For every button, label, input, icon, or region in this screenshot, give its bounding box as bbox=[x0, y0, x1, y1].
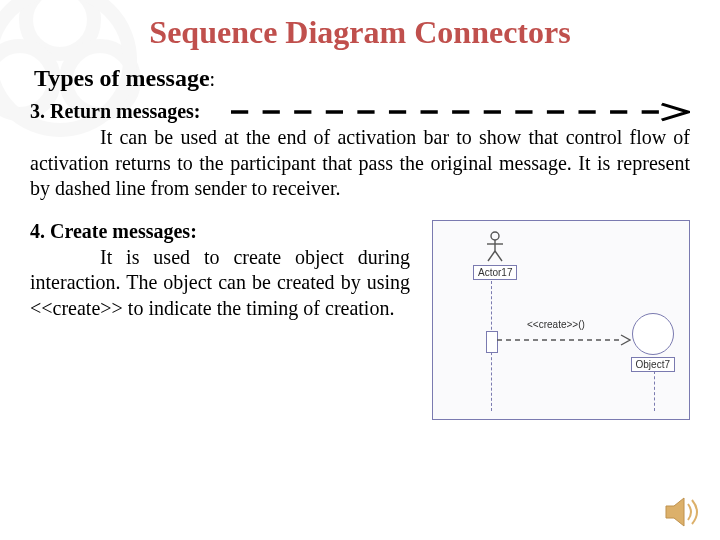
return-message-arrow-icon bbox=[231, 102, 690, 122]
section-4-body: It is used to create object during inter… bbox=[30, 245, 410, 322]
slide-subtitle: Types of message: bbox=[34, 65, 690, 92]
object-circle-icon bbox=[632, 313, 674, 355]
section-3-heading: 3. Return messages: bbox=[30, 100, 201, 123]
section-3-body: It can be used at the end of activation … bbox=[30, 125, 690, 202]
section-4-heading: 4. Create messages: bbox=[30, 220, 410, 243]
actor-label: Actor17 bbox=[473, 265, 517, 280]
section-4-body-text: It is used to create object during inter… bbox=[30, 246, 410, 319]
object-symbol: Object7 bbox=[631, 313, 675, 372]
stick-figure-icon bbox=[485, 231, 505, 263]
object-lifeline bbox=[654, 371, 655, 411]
svg-point-5 bbox=[491, 232, 499, 240]
slide-title: Sequence Diagram Connectors bbox=[30, 14, 690, 51]
create-message-arrow-icon bbox=[497, 333, 631, 347]
section-3-body-text: It can be used at the end of activation … bbox=[30, 126, 690, 199]
svg-marker-11 bbox=[666, 498, 684, 526]
section-4-row: 4. Create messages: It is used to create… bbox=[30, 220, 690, 420]
slide: Sequence Diagram Connectors Types of mes… bbox=[0, 0, 720, 540]
actor-symbol: Actor17 bbox=[473, 231, 517, 280]
create-message-label: <<create>>() bbox=[527, 319, 585, 330]
svg-line-8 bbox=[488, 251, 495, 261]
section-3-heading-row: 3. Return messages: bbox=[30, 100, 690, 123]
subtitle-text: Types of message bbox=[34, 65, 210, 91]
section-4-text-column: 4. Create messages: It is used to create… bbox=[30, 220, 410, 322]
svg-line-9 bbox=[495, 251, 502, 261]
speaker-icon bbox=[664, 496, 704, 528]
create-message-figure: Actor17 <<create>>() Object7 bbox=[432, 220, 690, 420]
object-label: Object7 bbox=[631, 357, 675, 372]
